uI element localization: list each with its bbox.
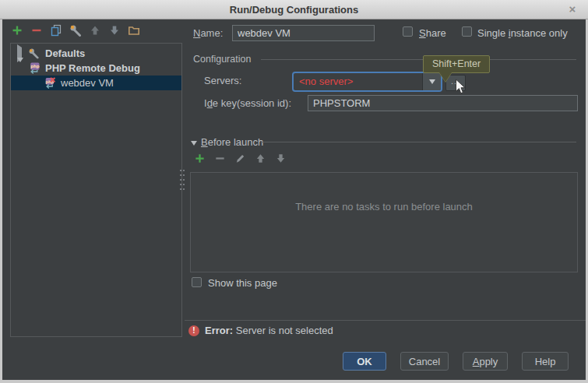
chevron-down-icon <box>429 79 435 84</box>
tree-item-label: webdev VM <box>61 77 114 89</box>
ok-button[interactable]: OK <box>343 352 386 371</box>
share-checkbox[interactable] <box>403 26 413 37</box>
before-launch-toolbar <box>193 152 287 164</box>
ide-key-input[interactable] <box>308 95 578 111</box>
new-folder-icon[interactable] <box>127 23 141 37</box>
add-task-icon[interactable] <box>193 152 206 164</box>
move-up-icon[interactable] <box>88 23 102 37</box>
configurations-tree: Defaults php PHP Remote Debug php webdev… <box>10 43 182 337</box>
tree-item-label: PHP Remote Debug <box>45 62 140 74</box>
copy-icon[interactable] <box>49 23 63 37</box>
tree-item-defaults[interactable]: Defaults <box>11 46 181 61</box>
php-invalid-icon: php <box>44 77 56 89</box>
splitter-grip[interactable] <box>179 169 185 193</box>
move-task-up-icon[interactable] <box>254 152 266 164</box>
servers-label: Servers: <box>204 75 241 86</box>
title-bar: Run/Debug Configurations × <box>0 0 588 19</box>
cancel-button[interactable]: Cancel <box>400 352 449 371</box>
configuration-section-title: Configuration <box>193 54 251 65</box>
close-icon[interactable]: × <box>566 3 579 16</box>
error-message: Error: Server is not selected <box>205 325 333 336</box>
single-instance-label: Single instance only <box>477 27 568 39</box>
move-down-icon[interactable] <box>107 23 121 37</box>
remove-task-icon[interactable] <box>213 152 226 164</box>
svg-text:php: php <box>30 64 40 69</box>
show-this-page-label: Show this page <box>208 277 277 289</box>
add-icon[interactable] <box>10 23 24 37</box>
help-button[interactable]: Help <box>522 352 569 371</box>
servers-value: <no server> <box>294 73 422 90</box>
chevron-down-icon[interactable] <box>17 62 25 74</box>
apply-button[interactable]: Apply <box>463 352 508 371</box>
shortcut-tooltip: Shift+Enter <box>423 55 490 73</box>
error-divider <box>185 320 586 321</box>
configuration-divider <box>261 59 576 60</box>
name-input[interactable] <box>232 25 375 41</box>
php-remote-debug-icon: php <box>28 62 40 74</box>
tree-item-webdev-vm[interactable]: php webdev VM <box>11 76 181 90</box>
share-label: Share <box>419 27 446 39</box>
ide-key-label: Ide key(session id): <box>204 97 291 109</box>
configurations-toolbar <box>10 23 141 37</box>
single-instance-checkbox[interactable] <box>462 26 472 37</box>
before-launch-tasks-panel: There are no tasks to run before launch <box>190 172 578 272</box>
move-task-down-icon[interactable] <box>274 152 287 164</box>
tree-item-php-remote-debug[interactable]: php PHP Remote Debug <box>11 61 181 76</box>
edit-task-icon[interactable] <box>234 152 246 164</box>
error-icon: ! <box>188 325 199 336</box>
dialog-body: Defaults php PHP Remote Debug php webdev… <box>2 19 586 380</box>
tree-item-label: Defaults <box>45 47 85 59</box>
wrench-icon <box>28 47 40 59</box>
edit-defaults-icon[interactable] <box>69 23 83 37</box>
dialog-buttons: OK Cancel Apply Help <box>343 352 569 371</box>
show-this-page-checkbox[interactable] <box>192 277 202 287</box>
combobox-dropdown-button[interactable] <box>422 73 441 90</box>
remove-icon[interactable] <box>30 23 44 37</box>
tooltip-tail <box>439 72 452 82</box>
empty-tasks-message: There are no tasks to run before launch <box>191 201 577 213</box>
before-launch-label[interactable]: Before launch <box>201 136 263 148</box>
mouse-cursor <box>455 79 467 97</box>
collapse-triangle-icon[interactable] <box>191 141 197 146</box>
before-launch-divider <box>261 142 576 142</box>
window-title: Run/Debug Configurations <box>230 4 358 16</box>
name-label: Name: <box>193 27 223 39</box>
servers-combobox[interactable]: <no server> <box>292 72 442 92</box>
